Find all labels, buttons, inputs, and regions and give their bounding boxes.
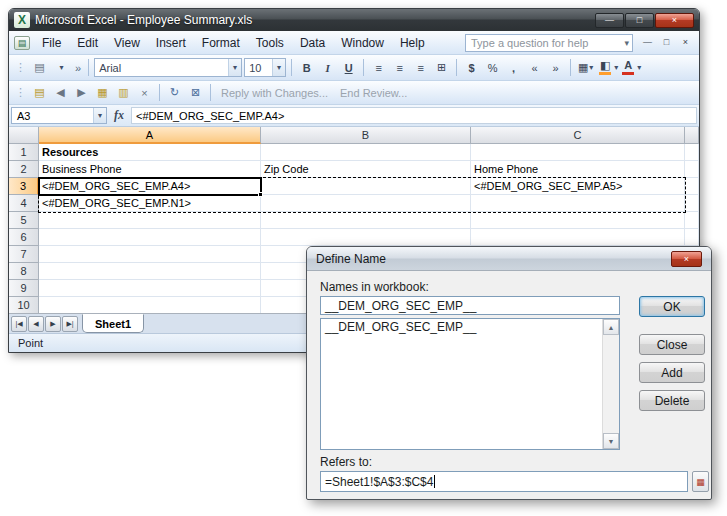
next-sheet-icon[interactable]: ▶ (45, 316, 61, 332)
cell[interactable] (261, 212, 471, 229)
previous-sheet-icon[interactable]: ◀ (28, 316, 44, 332)
menu-file[interactable]: File (34, 33, 69, 53)
cell-a2[interactable]: Business Phone (39, 161, 261, 178)
cell[interactable] (39, 246, 261, 263)
merge-center-icon[interactable]: ⊞ (432, 58, 451, 77)
menu-format[interactable]: Format (194, 33, 248, 53)
menu-window[interactable]: Window (333, 33, 392, 53)
workbook-restore-icon[interactable]: □ (658, 35, 675, 50)
row-header-2[interactable]: 2 (9, 161, 39, 178)
chevron-down-icon[interactable]: ▾ (93, 108, 106, 123)
names-listbox[interactable]: __DEM_ORG_SEC_EMP__ ▲ ▼ (320, 318, 620, 450)
decrease-indent-icon[interactable]: « (525, 58, 544, 77)
cell[interactable] (471, 212, 685, 229)
borders-button[interactable]: ▦ ▾ (576, 58, 595, 77)
cell-b4[interactable] (261, 195, 471, 212)
tab-sheet1[interactable]: Sheet1 (82, 314, 144, 333)
menu-help[interactable]: Help (392, 33, 433, 53)
cell-b2[interactable]: Zip Code (261, 161, 471, 178)
menu-edit[interactable]: Edit (69, 33, 106, 53)
minimize-icon[interactable]: — (595, 13, 624, 28)
insert-function-icon[interactable]: fx (110, 108, 128, 123)
cell[interactable] (39, 263, 261, 280)
increase-indent-icon[interactable]: » (546, 58, 565, 77)
dialog-close-icon[interactable]: × (671, 251, 702, 267)
menu-view[interactable]: View (106, 33, 148, 53)
italic-button[interactable]: I (318, 58, 337, 77)
bold-button[interactable]: B (297, 58, 316, 77)
workbook-close-icon[interactable]: × (677, 35, 694, 50)
cell[interactable] (685, 144, 699, 161)
column-header-b[interactable]: B (261, 127, 471, 144)
row-header-3[interactable]: 3 (9, 178, 39, 195)
row-header-4[interactable]: 4 (9, 195, 39, 212)
row-header-1[interactable]: 1 (9, 144, 39, 161)
cell-c1[interactable] (471, 144, 685, 161)
font-color-button[interactable]: A ▾ (620, 58, 641, 77)
menu-insert[interactable]: Insert (148, 33, 194, 53)
cell[interactable] (39, 212, 261, 229)
maximize-icon[interactable]: □ (625, 13, 654, 28)
toolbar-overflow-icon[interactable]: » (73, 62, 83, 74)
chevron-down-icon[interactable]: ▾ (52, 58, 71, 77)
chevron-down-icon[interactable]: ▾ (228, 59, 241, 76)
workbook-minimize-icon[interactable]: — (639, 35, 656, 50)
cell[interactable] (685, 212, 699, 229)
ok-button[interactable]: OK (639, 296, 705, 317)
percent-style-button[interactable]: % (483, 58, 502, 77)
cell-a4[interactable]: <#DEM_ORG_SEC_EMP.N1> (39, 195, 261, 212)
comma-style-button[interactable]: , (504, 58, 523, 77)
refers-to-input[interactable]: =Sheet1!$A$3:$C$4 (320, 471, 688, 492)
delete-button[interactable]: Delete (639, 390, 705, 411)
align-right-icon[interactable]: ≡ (411, 58, 430, 77)
show-comment-icon[interactable]: ▦ (93, 83, 112, 102)
cell[interactable] (39, 280, 261, 297)
show-all-comments-icon[interactable]: ▥ (114, 83, 133, 102)
cell-b1[interactable] (261, 144, 471, 161)
last-sheet-icon[interactable]: ▶| (62, 316, 78, 332)
cell-a3-selected[interactable]: <#DEM_ORG_SEC_EMP.A4> (39, 178, 261, 195)
row-header-6[interactable]: 6 (9, 229, 39, 246)
workbook-icon[interactable]: ▤ (14, 36, 30, 50)
cell[interactable] (685, 161, 699, 178)
first-sheet-icon[interactable]: |◀ (11, 316, 27, 332)
row-header-8[interactable]: 8 (9, 263, 39, 280)
close-button[interactable]: Close (639, 334, 705, 355)
chevron-down-icon[interactable]: ▾ (272, 59, 285, 76)
row-header-9[interactable]: 9 (9, 280, 39, 297)
cell[interactable] (685, 195, 699, 212)
list-item[interactable]: __DEM_ORG_SEC_EMP__ (321, 319, 619, 335)
reply-with-changes-button[interactable]: Reply with Changes... (216, 87, 333, 99)
menu-data[interactable]: Data (292, 33, 333, 53)
chevron-down-icon[interactable]: ▾ (624, 38, 629, 48)
question-help-input[interactable]: Type a question for help ▾ (465, 34, 633, 52)
underline-button[interactable]: U (339, 58, 358, 77)
cell[interactable] (685, 229, 699, 246)
select-all-corner[interactable] (9, 127, 39, 144)
scroll-up-icon[interactable]: ▲ (603, 319, 619, 335)
align-left-icon[interactable]: ≡ (369, 58, 388, 77)
delete-comment-icon[interactable]: × (135, 83, 154, 102)
end-review-button[interactable]: End Review... (335, 87, 412, 99)
align-center-icon[interactable]: ≡ (390, 58, 409, 77)
new-comment-icon[interactable]: ▤ (30, 83, 49, 102)
name-box[interactable]: A3 ▾ (11, 107, 107, 124)
cell[interactable] (685, 178, 699, 195)
font-name-combobox[interactable]: Arial ▾ (94, 58, 242, 77)
font-size-combobox[interactable]: 10 ▾ (244, 58, 286, 77)
cell-b3[interactable] (261, 178, 471, 195)
listbox-scrollbar[interactable]: ▲ ▼ (602, 319, 619, 449)
toolbar-grip-icon[interactable]: ⋮ (13, 61, 28, 74)
cell-c4[interactable] (471, 195, 685, 212)
cell-c2[interactable]: Home Phone (471, 161, 685, 178)
currency-style-button[interactable]: $ (462, 58, 481, 77)
clipboard-icon[interactable]: ▤ (30, 58, 49, 77)
cell[interactable] (39, 229, 261, 246)
fill-color-button[interactable]: ◧ ▾ (597, 58, 618, 77)
cell-c3[interactable]: <#DEM_ORG_SEC_EMP.A5> (471, 178, 685, 195)
previous-comment-icon[interactable]: ◀ (51, 83, 70, 102)
update-file-icon[interactable]: ↻ (165, 83, 184, 102)
collapse-dialog-button[interactable]: ▦ (692, 471, 709, 492)
row-header-7[interactable]: 7 (9, 246, 39, 263)
next-comment-icon[interactable]: ▶ (72, 83, 91, 102)
